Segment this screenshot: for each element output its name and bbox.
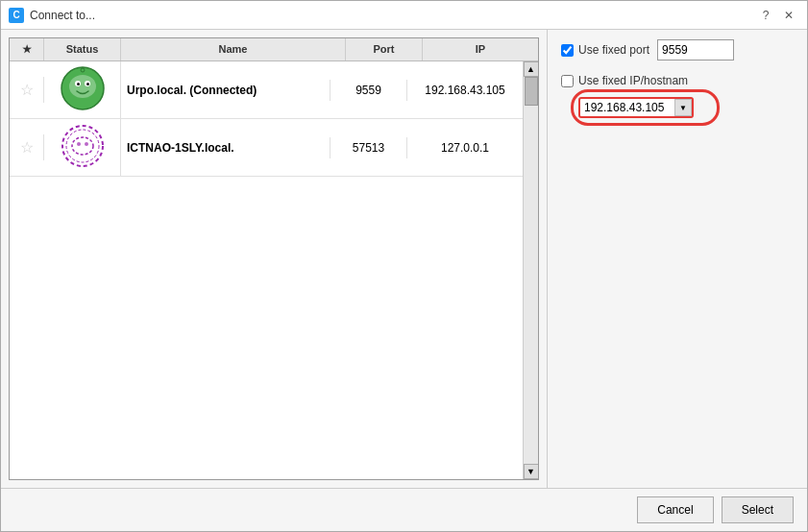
table-row[interactable]: ☆ bbox=[10, 61, 523, 119]
table-row[interactable]: ☆ bbox=[10, 119, 523, 177]
fixed-ip-label[interactable]: Use fixed IP/hostnam bbox=[561, 74, 688, 87]
title-bar: C Connect to... ? ✕ bbox=[1, 1, 807, 30]
right-panel: Use fixed port Use fixed IP/hostnam 192.… bbox=[548, 30, 807, 488]
row1-ip: 192.168.43.105 bbox=[407, 80, 523, 101]
row1-port: 9559 bbox=[331, 80, 407, 101]
dialog-title: Connect to... bbox=[30, 9, 95, 22]
connect-dialog: C Connect to... ? ✕ ★ Status Name Port I… bbox=[0, 0, 808, 532]
svg-point-11 bbox=[77, 142, 81, 146]
title-bar-left: C Connect to... bbox=[9, 8, 95, 23]
help-button[interactable]: ? bbox=[755, 6, 776, 25]
fixed-ip-dropdown[interactable]: 192.168.43.105 127.0.0.1 bbox=[578, 97, 694, 118]
col-star: ★ bbox=[10, 38, 44, 60]
row1-star[interactable]: ☆ bbox=[10, 77, 44, 103]
svg-point-10 bbox=[72, 137, 93, 155]
scroll-down-btn[interactable]: ▼ bbox=[524, 464, 539, 479]
svg-point-4 bbox=[77, 83, 80, 85]
row2-star[interactable]: ☆ bbox=[10, 134, 44, 160]
scrollbar[interactable]: ▲ ▼ bbox=[523, 61, 538, 479]
svg-point-9 bbox=[66, 130, 99, 162]
fixed-port-checkbox[interactable] bbox=[561, 44, 574, 57]
fixed-ip-row: Use fixed IP/hostnam bbox=[561, 74, 794, 87]
fixed-port-input[interactable] bbox=[657, 39, 734, 60]
footer: Cancel Select bbox=[1, 488, 807, 531]
fixed-port-label[interactable]: Use fixed port bbox=[561, 43, 649, 57]
scroll-thumb[interactable] bbox=[525, 77, 538, 106]
svg-point-8 bbox=[62, 126, 103, 166]
table-header: ★ Status Name Port IP bbox=[10, 38, 538, 61]
svg-point-1 bbox=[69, 75, 96, 98]
main-content: ★ Status Name Port IP ☆ bbox=[1, 30, 807, 488]
col-status: Status bbox=[44, 38, 121, 60]
left-panel: ★ Status Name Port IP ☆ bbox=[1, 30, 548, 488]
select-button[interactable]: Select bbox=[722, 496, 794, 523]
star-icon[interactable]: ☆ bbox=[20, 139, 34, 156]
fixed-port-row: Use fixed port bbox=[561, 39, 794, 60]
row1-status bbox=[44, 61, 121, 118]
cancel-button[interactable]: Cancel bbox=[637, 496, 713, 523]
device-table: ★ Status Name Port IP ☆ bbox=[9, 37, 539, 480]
row2-ip: 127.0.0.1 bbox=[407, 137, 523, 158]
svg-point-7 bbox=[81, 68, 85, 72]
svg-point-5 bbox=[86, 83, 89, 85]
scroll-track bbox=[524, 77, 538, 464]
table-wrapper: ☆ bbox=[10, 61, 538, 479]
robot-connected-icon bbox=[60, 65, 106, 111]
col-name: Name bbox=[121, 38, 346, 60]
fixed-ip-checkbox[interactable] bbox=[561, 75, 574, 87]
row2-name: ICTNAO-1SLY.local. bbox=[121, 137, 331, 158]
scroll-up-btn[interactable]: ▲ bbox=[524, 61, 539, 77]
row2-port: 57513 bbox=[331, 137, 407, 158]
robot-disconnected-icon bbox=[60, 123, 106, 169]
star-icon[interactable]: ☆ bbox=[20, 82, 34, 98]
col-ip: IP bbox=[423, 38, 538, 60]
close-button[interactable]: ✕ bbox=[778, 6, 799, 25]
col-port: Port bbox=[346, 38, 423, 60]
title-controls: ? ✕ bbox=[755, 6, 799, 25]
ip-dropdown-container: 192.168.43.105 127.0.0.1 ▼ bbox=[578, 97, 694, 118]
app-icon: C bbox=[9, 8, 24, 23]
row2-status bbox=[44, 119, 121, 176]
svg-point-12 bbox=[85, 142, 88, 146]
table-body: ☆ bbox=[10, 61, 523, 479]
row1-name: Urpo.local. (Connected) bbox=[121, 80, 331, 101]
